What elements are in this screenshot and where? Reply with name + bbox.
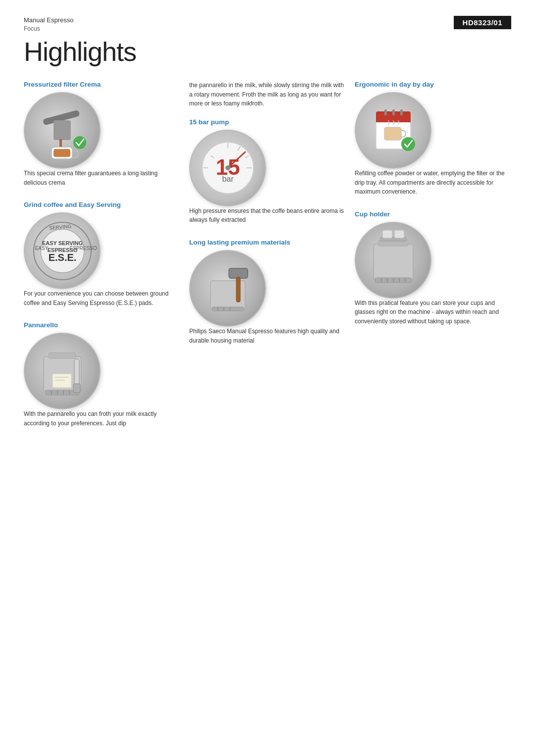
column-3: Ergonomic in day by day xyxy=(355,81,511,340)
feature-ergonomic: Ergonomic in day by day xyxy=(355,81,511,197)
feature-image-pannarello xyxy=(24,333,101,409)
product-sub: Focus xyxy=(24,25,73,33)
svg-text:bar: bar xyxy=(222,175,234,183)
feature-image-cupholder xyxy=(355,222,431,299)
svg-rect-63 xyxy=(394,230,404,238)
feature-title-crema: Pressurized filter Crema xyxy=(24,81,180,88)
feature-desc-ergonomic: Refilling coffee powder or water, emptyi… xyxy=(355,169,511,197)
ergonomic-illustration xyxy=(359,96,428,165)
feature-title-pannarello: Pannarello xyxy=(24,321,180,329)
svg-rect-1 xyxy=(54,120,71,140)
feature-image-ergonomic xyxy=(355,92,431,169)
feature-materials: Long lasting premium materials xyxy=(189,239,346,345)
feature-title-materials: Long lasting premium materials xyxy=(189,239,346,246)
product-info: Manual Espresso Focus xyxy=(24,16,73,33)
svg-text:E.S.E.: E.S.E. xyxy=(48,252,76,263)
feature-title-ergonomic: Ergonomic in day by day xyxy=(355,81,511,88)
svg-point-5 xyxy=(73,136,86,149)
feature-desc-bar: High pressure ensures that the coffe bea… xyxy=(189,206,346,225)
svg-text:EASY: EASY xyxy=(35,246,48,251)
cupholder-illustration xyxy=(359,225,428,295)
product-line: Manual Espresso xyxy=(24,16,73,25)
feature-title-cupholder: Cup holder xyxy=(355,210,511,218)
ese-illustration: EASY SERVING ESPRESSO E.S.E. SERVING EAS… xyxy=(28,216,97,286)
pannarello-illustration xyxy=(28,337,97,406)
feature-image-bar: 15 bar xyxy=(189,130,266,206)
svg-rect-53 xyxy=(374,244,413,280)
feature-image-ese: EASY SERVING ESPRESSO E.S.E. SERVING EAS… xyxy=(24,212,101,289)
feature-image-materials xyxy=(189,250,266,327)
svg-point-52 xyxy=(401,137,415,151)
svg-rect-43 xyxy=(229,268,248,278)
page: Manual Espresso Focus HD8323/01 Highligh… xyxy=(0,0,535,756)
svg-rect-51 xyxy=(384,127,401,140)
feature-desc-ese: For your convenience you can choose betw… xyxy=(24,289,180,307)
column2-intro: the pannarello in the milk, while slowly… xyxy=(189,81,346,108)
column-1: Pressurized filter Crema xyxy=(24,81,189,442)
svg-rect-48 xyxy=(384,109,387,115)
feature-image-crema xyxy=(24,92,101,169)
svg-text:ESPRESSO: ESPRESSO xyxy=(69,246,97,251)
feature-desc-crema: This special crema filter guarantuees a … xyxy=(24,169,180,187)
svg-rect-62 xyxy=(382,230,392,238)
feature-bar-pump: 15 bar pump xyxy=(189,118,346,225)
crema-illustration xyxy=(28,96,97,165)
svg-rect-49 xyxy=(392,109,395,115)
svg-rect-4 xyxy=(54,149,70,157)
feature-pressurized-filter: Pressurized filter Crema xyxy=(24,81,180,187)
feature-title-ese: Grind coffee and Easy Serving xyxy=(24,201,180,208)
highlights-columns: Pressurized filter Crema xyxy=(24,81,511,442)
bar-illustration: 15 bar xyxy=(193,133,263,202)
model-code: HD8323/01 xyxy=(454,16,511,29)
svg-rect-50 xyxy=(400,109,403,115)
feature-ese: Grind coffee and Easy Serving EASY SERVI… xyxy=(24,201,180,307)
page-title: Highlights xyxy=(24,36,511,67)
feature-desc-materials: Philips Saeco Manual Espresso features h… xyxy=(189,327,346,345)
feature-desc-cupholder: With this pratical feature you can store… xyxy=(355,299,511,326)
svg-rect-44 xyxy=(236,277,240,302)
svg-point-37 xyxy=(225,165,230,170)
svg-rect-23 xyxy=(73,384,80,393)
materials-illustration xyxy=(193,253,263,323)
page-header: Manual Espresso Focus HD8323/01 xyxy=(24,16,511,33)
feature-title-bar: 15 bar pump xyxy=(189,118,346,126)
column-2: the pannarello in the milk, while slowly… xyxy=(189,81,355,359)
svg-rect-39 xyxy=(212,307,244,311)
feature-desc-pannarello: With the pannarello you can froth your m… xyxy=(24,409,180,428)
feature-pannarello: Pannarello xyxy=(24,321,180,428)
feature-cup-holder: Cup holder xyxy=(355,210,511,326)
svg-rect-24 xyxy=(53,374,71,388)
svg-rect-22 xyxy=(74,359,79,386)
svg-rect-15 xyxy=(49,353,76,358)
